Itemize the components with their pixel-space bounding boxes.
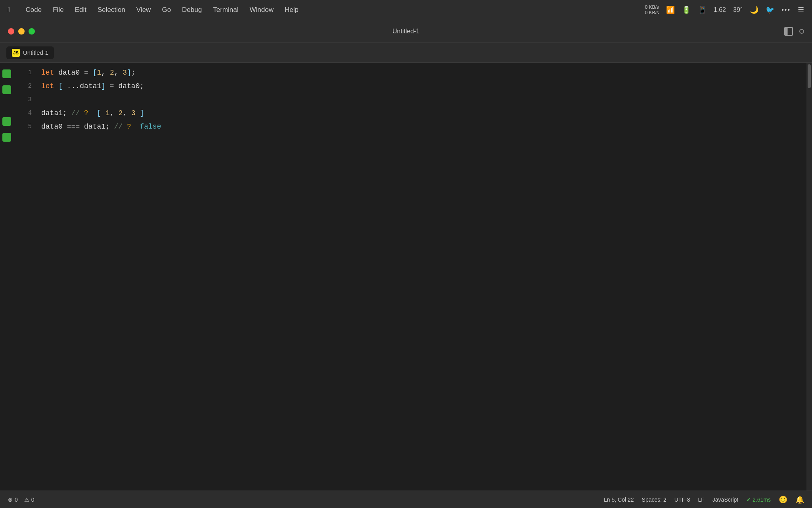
run-indicator-1 xyxy=(2,69,11,78)
strict-eq-op: === xyxy=(67,120,80,133)
line-number-4: 4 xyxy=(14,106,32,120)
error-icon: ⊗ xyxy=(8,496,13,503)
battery-icon: 🔋 xyxy=(682,6,691,14)
code-line-3 xyxy=(38,93,812,106)
finder-icon: 🐦 xyxy=(766,6,774,14)
tab-label: Untitled-1 xyxy=(23,49,48,56)
spread-op: ... xyxy=(67,79,80,93)
comment-space-4 xyxy=(88,106,97,120)
close-button[interactable] xyxy=(8,28,14,35)
temperature: 39° xyxy=(733,6,743,13)
menu-edit[interactable]: Edit xyxy=(69,4,92,15)
line-ending[interactable]: LF xyxy=(698,496,704,503)
var-data0-decl: data0 = xyxy=(58,66,92,79)
menu-view[interactable]: View xyxy=(131,4,157,15)
menu-debug[interactable]: Debug xyxy=(176,4,207,15)
smiley-icon[interactable]: 🙂 xyxy=(779,495,787,504)
minimize-button[interactable] xyxy=(18,28,25,35)
menu-code[interactable]: Code xyxy=(20,4,48,15)
bracket-close-1: ] xyxy=(127,66,131,79)
comment-slashes-4: // xyxy=(71,106,84,120)
code-line-2: let [ ... data1 ] = data0; xyxy=(38,79,812,93)
encoding[interactable]: UTF-8 xyxy=(674,496,690,503)
editor-container[interactable]: 1 2 3 4 5 let data0 = [ 1 , 2 , 3 ] ; le… xyxy=(0,63,812,491)
titlebar-actions xyxy=(784,27,804,36)
scrollbar-thumb[interactable] xyxy=(808,64,811,88)
bracket-close-2: ] xyxy=(101,79,105,93)
wifi-icon: 📶 xyxy=(666,6,675,14)
run-indicator-3 xyxy=(2,101,11,110)
line-number-5: 5 xyxy=(14,120,32,133)
tab-untitled1[interactable]: JS Untitled-1 xyxy=(6,46,54,59)
comment-q-4: ? xyxy=(84,106,88,120)
indentation[interactable]: Spaces: 2 xyxy=(642,496,666,503)
bell-icon[interactable]: 🔔 xyxy=(795,495,804,504)
line-number-3: 3 xyxy=(14,93,32,106)
network-info: 0 KB/s 0 KB/s xyxy=(645,4,659,16)
comment-space-5 xyxy=(131,120,140,133)
line-number-2: 2 xyxy=(14,79,32,93)
menu-file[interactable]: File xyxy=(47,4,69,15)
run-indicator-2 xyxy=(2,85,11,94)
result-3: 3 xyxy=(131,106,136,120)
menu-terminal[interactable]: Terminal xyxy=(207,4,244,15)
var-data1: data1 xyxy=(80,79,101,93)
scrollbar[interactable] xyxy=(806,63,812,491)
comma-1: , xyxy=(101,66,110,79)
menu-go[interactable]: Go xyxy=(156,4,176,15)
comma-2: , xyxy=(114,66,123,79)
warning-count[interactable]: ⚠ 0 xyxy=(24,496,34,503)
comment-slashes-5: // xyxy=(114,120,127,133)
menu-window[interactable]: Window xyxy=(244,4,279,15)
menubar-right: 0 KB/s 0 KB/s 📶 🔋 📱 1.62 39° 🌙 🐦 ••• ☰ xyxy=(645,4,804,16)
run-indicator-5 xyxy=(2,133,11,142)
var-data0-ref: data0 xyxy=(41,120,67,133)
network-up: 0 KB/s xyxy=(645,4,659,10)
line-numbers: 1 2 3 4 5 xyxy=(14,63,38,491)
menubar:  Code File Edit Selection View Go Debug… xyxy=(0,0,812,20)
cursor-position[interactable]: Ln 5, Col 22 xyxy=(604,496,634,503)
code-area[interactable]: let data0 = [ 1 , 2 , 3 ] ; let [ ... da… xyxy=(38,63,812,491)
num-1: 1 xyxy=(97,66,101,79)
num-3: 3 xyxy=(123,66,127,79)
var-data1-eq-ref: data1; xyxy=(80,120,114,133)
apple-logo-icon:  xyxy=(8,6,11,14)
language-mode[interactable]: JavaScript xyxy=(712,496,738,503)
result-bracket-close-4: ] xyxy=(136,106,144,120)
line-number-1: 1 xyxy=(14,66,32,79)
result-2: 2 xyxy=(118,106,123,120)
run-indicator-4 xyxy=(2,117,11,126)
assign-data0: = data0; xyxy=(105,79,144,93)
code-line-1: let data0 = [ 1 , 2 , 3 ] ; xyxy=(38,66,812,79)
result-false: false xyxy=(140,120,161,133)
network-down: 0 KB/s xyxy=(645,10,659,15)
tabbar: JS Untitled-1 xyxy=(0,43,812,63)
bracket-open-2: [ xyxy=(58,79,67,93)
js-file-icon: JS xyxy=(12,49,20,57)
code-line-4: data1; // ? [ 1 , 2 , 3 ] xyxy=(38,106,812,120)
result-1: 1 xyxy=(105,106,110,120)
more-icon: ••• xyxy=(781,6,791,13)
ipad-icon: 📱 xyxy=(698,6,707,14)
traffic-lights xyxy=(8,28,35,35)
maximize-button[interactable] xyxy=(29,28,35,35)
semi-1: ; xyxy=(131,66,136,79)
comment-q-5: ? xyxy=(127,120,131,133)
statusbar: ⊗ 0 ⚠ 0 Ln 5, Col 22 Spaces: 2 UTF-8 LF … xyxy=(0,491,812,508)
titlebar: Untitled-1 xyxy=(0,20,812,43)
bracket-open-1: [ xyxy=(93,66,97,79)
error-count[interactable]: ⊗ 0 xyxy=(8,496,18,503)
settings-dot[interactable] xyxy=(799,29,804,34)
list-icon: ☰ xyxy=(798,6,804,14)
result-comma-2: , xyxy=(123,106,131,120)
keyword-let-1: let xyxy=(41,66,58,79)
warning-number: 0 xyxy=(31,496,34,503)
window-title: Untitled-1 xyxy=(393,28,419,35)
menu-selection[interactable]: Selection xyxy=(92,4,131,15)
layout-icon[interactable] xyxy=(784,27,793,36)
menu-help[interactable]: Help xyxy=(279,4,304,15)
error-number: 0 xyxy=(15,496,18,503)
quokka-status[interactable]: ✔ 2.61ms xyxy=(746,496,771,503)
status-right: Ln 5, Col 22 Spaces: 2 UTF-8 LF JavaScri… xyxy=(604,495,804,504)
quokka-time: 1.62 xyxy=(714,6,726,13)
